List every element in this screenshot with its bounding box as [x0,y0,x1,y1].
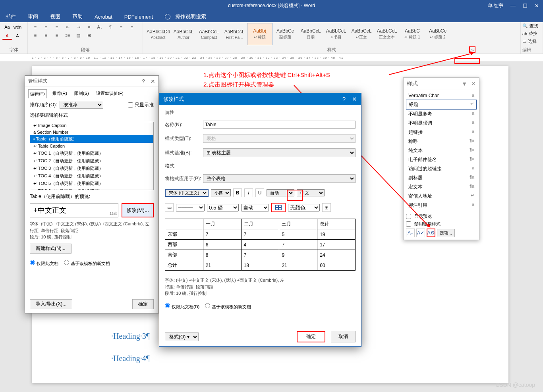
manage-dialog-header[interactable]: 管理样式 ?✕ [25,76,158,87]
style-item[interactable]: AaBbCc↵ 标题 2 [425,23,450,45]
borders-grid-button[interactable] [271,203,286,212]
align-right-icon[interactable]: ≡ [30,31,41,39]
manage-style-item[interactable]: ▫ Table（使用前隐藏） [30,135,153,143]
italic-button[interactable]: I [244,188,253,197]
help-icon[interactable]: ? [342,96,346,103]
align-left-icon[interactable]: ≡ [116,23,126,31]
manage-style-item[interactable]: a Section Number [30,129,153,135]
manage-style-item[interactable]: ↵ TOC 5（自动更新，使用前隐藏） [30,180,153,187]
style-item[interactable]: AaBbCcL↵书目 [323,23,349,45]
shading-icon[interactable]: ▨ [73,31,83,39]
heading-4[interactable]: ·Heading·4¶ [111,354,150,363]
style-item[interactable]: AaBbCcL日期 [298,23,323,45]
apply-to-select[interactable]: 整个表格 [203,174,356,183]
style-item[interactable]: AaBbCcL正文文本 [374,23,400,45]
tab-review[interactable]: 审阅 [25,12,41,22]
color-select[interactable]: 自动 [267,189,294,196]
close-icon[interactable]: ✕ [151,78,155,85]
change-case-icon[interactable]: Aa [2,23,12,31]
tab-acrobat[interactable]: Acrobat [92,12,115,21]
find-button[interactable]: 🔍查找 [522,23,541,29]
sort-select[interactable]: 按推荐 [60,101,103,109]
style-list-item[interactable]: 超链接a [406,128,477,137]
cancel-button[interactable]: 取消 [331,331,356,342]
sort-icon[interactable]: A↓ [95,23,105,31]
maximize-icon[interactable]: ☐ [523,3,528,9]
style-list-item[interactable]: 访问过的超链接a [406,164,477,173]
style-list-item[interactable]: 脚注引用a [406,201,477,210]
style-list-item[interactable]: Verbatim Chara [406,92,477,100]
border-style-button[interactable]: ▭ [165,203,174,212]
manage-style-item[interactable]: ↵ TOC 6（自动更新，使用前隐藏） [30,187,153,190]
help-icon[interactable]: ? [142,78,145,85]
style-item[interactable]: AaBbCc副标题 [272,23,298,45]
this-doc-radio[interactable]: 仅限此文档(D) [165,303,199,310]
tell-me[interactable]: 操作说明搜索 [162,10,211,23]
style-list-item[interactable]: 不明显参考a [406,110,477,119]
multilevel-icon[interactable]: ≡ [52,23,62,31]
based-on-select[interactable]: ⊞ 表格主题 [203,148,356,157]
style-list-item[interactable]: 标题↵ [406,100,477,110]
distribute-icon[interactable]: ≡ [52,31,62,39]
style-list-item[interactable]: 寄信人地址↵ [406,192,477,201]
name-input[interactable] [203,121,356,129]
increase-indent-icon[interactable]: ⇥ [73,23,83,31]
manage-style-item[interactable]: ↵ TOC 2（自动更新，使用前隐藏） [30,157,153,165]
phonetic-guide-icon[interactable]: wén [13,23,22,31]
font-size-select[interactable]: 小四 [211,189,231,196]
line-style-select[interactable]: ──── [176,204,205,211]
only-recommend-checkbox[interactable]: 只显示推 [128,102,154,108]
style-list-item[interactable]: 宏文本¶a [406,183,477,192]
manage-style-item[interactable]: ↵ Image Caption [30,122,153,129]
style-list-item[interactable]: 副标题¶a [406,173,477,183]
underline-button[interactable]: U [255,188,264,197]
replace-button[interactable]: ab替换 [522,31,541,37]
options-button[interactable]: 选项... [437,229,455,237]
close-icon[interactable]: ✕ [471,81,476,87]
style-inspector-icon[interactable]: A✓ [416,229,425,237]
ribbon-options-icon[interactable]: ▭ [499,3,503,9]
styles-list[interactable]: Verbatim Chara标题↵不明显参考a不明显强调a超链接a称呼¶a纯文本… [404,90,479,211]
modify-button[interactable]: 修改(M)... [122,203,154,217]
heading-3[interactable]: ·Heading·3¶ [111,332,150,341]
modify-dialog-header[interactable]: 修改样式 ?✕ [159,93,361,105]
template-radio[interactable]: 基于该模板的新文档 [64,260,110,267]
font-name-select[interactable]: 宋体 (中文正文) [165,189,209,197]
manage-style-list[interactable]: ↵ Image Captiona Section Number▫ Table（使… [30,122,154,190]
import-export-button[interactable]: 导入/导出(X)... [30,299,72,309]
align-center-icon[interactable]: ≡ [127,23,137,31]
format-menu-button[interactable]: 格式(O) ▾ [165,332,199,341]
numbering-icon[interactable]: ≡ [41,23,51,31]
decrease-indent-icon[interactable]: ⇤ [62,23,73,31]
new-style-button[interactable]: 新建样式(N)... [30,244,71,254]
style-item[interactable]: AaBbCcL↵正文 [349,23,374,45]
style-item[interactable]: AaBb(↵ 标题 [247,23,272,45]
new-style-icon[interactable]: A₊ [406,229,415,237]
more-borders-button[interactable]: ⊞ [322,203,331,212]
manage-style-item[interactable]: ↵ Table Caption [30,143,153,150]
tab-help[interactable]: 帮助 [70,12,85,22]
this-doc-radio[interactable]: 仅限此文档 [30,260,58,267]
style-item[interactable]: AaBbCcLCompact [196,23,222,45]
manage-style-item[interactable]: ↵ TOC 1（自动更新，使用前隐藏） [30,150,153,157]
style-list-item[interactable]: 不明显强调a [406,119,477,128]
style-list-item[interactable]: 称呼¶a [406,137,477,146]
close-icon[interactable]: ✕ [352,96,357,103]
line-spacing-icon[interactable]: ‡≡ [62,31,73,39]
close-icon[interactable]: ✕ [535,3,539,9]
dropdown-icon[interactable]: ▼ [462,81,467,87]
minimize-icon[interactable]: — [510,3,516,9]
font-color-icon[interactable]: A [2,32,12,40]
borders-icon[interactable]: ⊞ [84,31,94,39]
select-button[interactable]: ▭选择 [522,38,541,44]
line-color-select[interactable]: 自动 [241,204,269,211]
style-list-item[interactable]: 纯文本¶a [406,146,477,155]
style-list-item[interactable]: 电子邮件签名¶a [406,155,477,164]
justify-icon[interactable]: ≡ [41,31,51,39]
tab-view[interactable]: 视图 [48,12,63,22]
ok-button[interactable]: 确定 [132,299,154,309]
styles-pane-header[interactable]: 样式 ▼✕ [404,78,479,90]
fill-color-select[interactable]: 无颜色 [288,204,320,211]
tab-pdfelement[interactable]: PDFelement [122,12,155,21]
style-item[interactable]: AaBbCcLAuthor [171,23,196,45]
